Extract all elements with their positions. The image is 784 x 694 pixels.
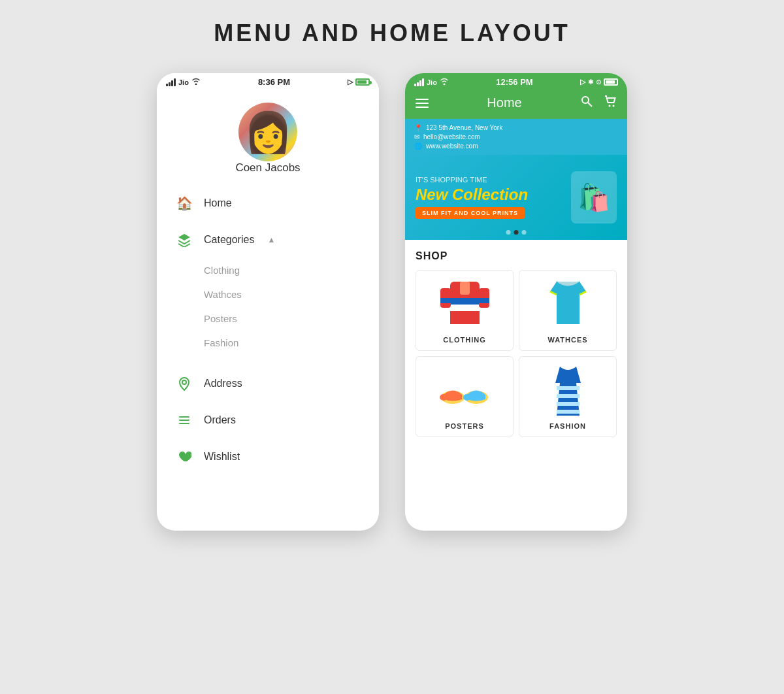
email-icon: ✉ [414,133,419,140]
sidebar-item-home[interactable]: 🏠 Home [157,185,379,222]
svg-rect-12 [460,282,470,295]
right-signal: Jio [414,78,449,86]
svg-point-4 [582,97,589,103]
svg-line-5 [588,103,592,107]
left-battery: ▷ [348,78,370,86]
svg-rect-11 [450,311,480,324]
svg-rect-9 [450,298,480,305]
banner-highlight: Collection [452,186,528,203]
svg-point-20 [463,394,471,401]
app-header: Home [405,90,627,119]
orders-icon [175,411,193,429]
dot-1[interactable] [506,230,511,235]
shop-grid: CLOTHING [416,270,617,437]
wishlist-label: Wishlist [204,451,240,463]
fashion-image [542,365,594,417]
left-status-bar: Jio 8:36 PM ▷ [157,73,379,90]
svg-rect-16 [479,298,489,303]
address-label: Address [204,378,242,389]
bluetooth-icon: ✱ [588,78,593,86]
svg-rect-22 [557,394,580,398]
right-carrier: Jio [427,78,437,86]
right-phone: Jio 12:56 PM ▷ ✱ ⊙ Home [405,73,627,531]
svg-point-18 [440,394,448,401]
clothing-label: CLOTHING [443,336,485,344]
sub-item-clothing[interactable]: Clothing [204,258,379,282]
cart-button[interactable] [604,95,617,111]
svg-point-6 [608,105,610,107]
svg-rect-2 [179,420,189,421]
svg-rect-24 [557,410,580,414]
banner-dots [506,230,527,235]
shop-item-fashion[interactable]: FASHION [519,356,617,437]
shop-item-clothing[interactable]: CLOTHING [416,270,514,351]
right-battery: ▷ ✱ ⊙ [580,78,618,86]
right-wifi-icon [440,78,449,86]
left-phone: Jio 8:36 PM ▷ Coen Jacobs 🏠 Home [157,73,379,531]
sidebar-item-categories[interactable]: Categories ▲ [157,222,379,258]
info-bar: 📍 123 5th Avenue, New York ✉ hello@websi… [405,119,627,155]
banner-badge: SLIM FIT AND COOL PRINTS [416,207,525,219]
right-location-icon: ▷ [580,78,585,86]
posters-label: POSTERS [445,422,484,430]
svg-point-0 [182,380,186,384]
svg-rect-1 [179,416,189,418]
banner-image: 🛍️ [571,171,617,223]
banner-text: IT'S SHOPPING TIME New Collection SLIM F… [416,176,528,219]
sidebar-item-wishlist[interactable]: Wishlist [157,438,379,475]
sidebar-item-orders[interactable]: Orders [157,402,379,438]
banner-title: New Collection [416,186,528,203]
sub-item-watches[interactable]: Wathces [204,282,379,306]
user-section: Coen Jacobs [157,90,379,185]
dot-3[interactable] [522,230,527,235]
shop-section: SHOP [405,240,627,448]
sub-item-posters[interactable]: Posters [204,306,379,331]
fashion-label: FASHION [549,422,586,430]
shop-title: SHOP [416,250,617,262]
banner: IT'S SHOPPING TIME New Collection SLIM F… [405,155,627,240]
clothing-image [438,278,491,331]
banner-sub-text: IT'S SHOPPING TIME [416,176,528,184]
phones-container: Jio 8:36 PM ▷ Coen Jacobs 🏠 Home [157,73,627,531]
search-button[interactable] [580,95,593,111]
sub-item-fashion[interactable]: Fashion [204,331,379,355]
right-time: 12:56 PM [496,77,532,87]
wifi-icon [191,78,201,86]
menu-list: 🏠 Home Categories ▲ Clothing [157,185,379,475]
chevron-up-icon: ▲ [267,235,275,244]
header-icons [580,95,617,111]
carrier-name: Jio [178,78,189,86]
header-title: Home [487,95,521,110]
watches-image [542,278,594,331]
posters-image [438,365,491,417]
svg-rect-3 [179,423,189,424]
shop-item-watches[interactable]: WATHCES [519,270,617,351]
sidebar-item-address[interactable]: Address [157,365,379,402]
left-signal: Jio [166,78,201,86]
svg-point-7 [612,105,614,107]
user-name: Coen Jacobs [235,161,300,174]
watches-label: WATHCES [547,336,587,344]
sub-menu-categories: Clothing Wathces Posters Fashion [157,258,379,355]
orders-label: Orders [204,414,236,426]
home-icon: 🏠 [175,194,193,212]
left-time: 8:36 PM [258,77,290,87]
right-signal-bars [414,78,424,86]
home-label: Home [204,197,232,209]
layers-icon [175,231,193,249]
dot-2[interactable] [514,230,519,235]
svg-rect-15 [440,298,451,303]
shop-item-posters[interactable]: POSTERS [416,356,514,437]
page-title: MENU AND HOME LAYOUT [214,20,570,47]
globe-icon: 🌐 [414,142,422,150]
alarm-icon: ⊙ [596,78,601,86]
location-pin-icon [175,374,193,393]
heart-icon [175,448,193,466]
signal-bars-icon [166,78,176,86]
hamburger-menu-button[interactable] [416,99,429,108]
svg-rect-23 [557,402,580,406]
svg-rect-10 [450,305,480,311]
location-icon: ▷ [348,78,353,86]
right-status-bar: Jio 12:56 PM ▷ ✱ ⊙ [405,73,627,90]
avatar [238,103,297,161]
